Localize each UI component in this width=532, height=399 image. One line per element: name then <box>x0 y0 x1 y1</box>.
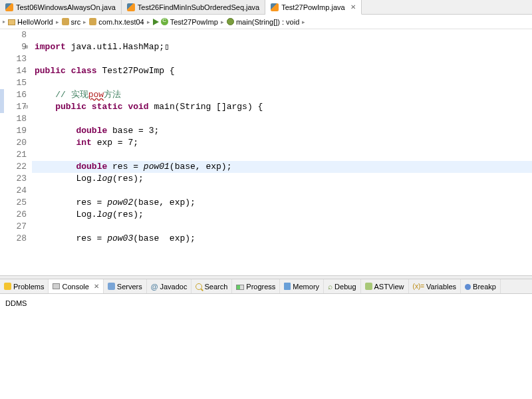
fold-icon[interactable]: ⊟ <box>25 101 28 113</box>
code-line[interactable] <box>32 29 532 41</box>
view-tab-problems[interactable]: Problems <box>0 279 49 293</box>
chevron-right-icon[interactable]: ▸ <box>302 19 305 25</box>
view-tab-label: Javadoc <box>160 283 187 291</box>
line-number: 17⊟ <box>4 101 27 113</box>
bottom-view-tabs: ProblemsConsole ✕Servers@JavadocSearchPr… <box>0 279 532 294</box>
code-line[interactable] <box>32 77 532 89</box>
code-line[interactable]: double base = 3; <box>32 125 532 137</box>
chevron-right-icon[interactable]: ▸ <box>221 19 224 25</box>
view-tab-label: Variables <box>426 283 456 291</box>
view-tab-label: Problems <box>13 283 44 291</box>
view-tab-label: Progress <box>246 283 275 291</box>
breadcrumb-item[interactable]: com.hx.test04 <box>88 18 145 26</box>
editor-tab[interactable]: Test26FindMinInSubOrderedSeq.java <box>122 0 265 14</box>
project-icon <box>8 19 15 25</box>
breadcrumb-label: src <box>71 18 81 26</box>
view-tab-progress[interactable]: Progress <box>232 279 280 293</box>
view-tab-label: Breakp <box>473 283 496 291</box>
view-tab-servers[interactable]: Servers <box>104 279 147 293</box>
method-icon <box>227 18 234 25</box>
problems-icon <box>4 283 11 290</box>
line-number: 15 <box>4 77 27 89</box>
line-number: 22 <box>4 161 27 173</box>
view-tab-javadoc[interactable]: @Javadoc <box>147 279 192 293</box>
code-line[interactable]: public static void main(String []args) { <box>32 101 532 113</box>
view-tab-variables[interactable]: (x)=Variables <box>409 279 462 293</box>
chevron-right-icon[interactable]: ▸ <box>56 19 59 25</box>
class-icon <box>161 18 168 25</box>
view-tab-label: Console <box>62 283 88 291</box>
code-line[interactable] <box>32 53 532 65</box>
code-line[interactable]: int exp = 7; <box>32 137 532 149</box>
line-number: 23 <box>4 173 27 185</box>
breadcrumb: ▸ HelloWorld▸src▸com.hx.test04▸ Test27Po… <box>0 15 532 29</box>
code-line[interactable]: double res = pow01(base, exp); <box>32 161 532 173</box>
code-line[interactable] <box>32 149 532 161</box>
view-tab-console[interactable]: Console ✕ <box>49 279 103 293</box>
code-line[interactable]: import java.util.HashMap;▯ <box>32 41 532 53</box>
code-line[interactable]: public class Test27PowImp { <box>32 65 532 77</box>
line-number: 21 <box>4 149 27 161</box>
breakp-icon <box>465 284 471 290</box>
editor-tab[interactable]: Test06WindowsAlwaysOn.java <box>0 0 122 14</box>
code-line[interactable]: res = pow02(base, exp); <box>32 197 532 209</box>
folder-icon <box>62 18 69 25</box>
code-line[interactable] <box>32 113 532 125</box>
breadcrumb-label: Test27PowImp <box>170 18 218 26</box>
breadcrumb-label: HelloWorld <box>17 18 53 26</box>
line-number: 16 <box>4 89 27 101</box>
editor-tabs: Test06WindowsAlwaysOn.javaTest26FindMinI… <box>0 0 532 15</box>
search-icon <box>196 283 202 290</box>
tab-label: Test06WindowsAlwaysOn.java <box>16 3 116 11</box>
tab-label: Test27PowImp.java <box>281 3 344 11</box>
breadcrumb-item[interactable]: Test27PowImp <box>152 18 219 26</box>
code-line[interactable] <box>32 185 532 197</box>
variables-icon: (x)= <box>413 283 425 290</box>
close-icon[interactable]: ✕ <box>350 3 356 11</box>
chevron-right-icon[interactable]: ▸ <box>83 19 86 25</box>
line-number: 25 <box>4 197 27 209</box>
line-number: 28 <box>4 233 27 245</box>
console-icon <box>53 283 60 289</box>
code-line[interactable]: Log.log(res); <box>32 173 532 185</box>
editor-tab[interactable]: Test27PowImp.java✕ <box>265 0 361 15</box>
tab-label: Test26FindMinInSubOrderedSeq.java <box>138 3 259 11</box>
java-file-icon <box>127 3 135 11</box>
console-text: DDMS <box>5 299 27 307</box>
chevron-right-icon[interactable]: ▸ <box>3 19 5 25</box>
code-line[interactable]: // 实现pow方法 <box>32 89 532 101</box>
code-area[interactable]: import java.util.HashMap;▯ public class … <box>32 29 532 275</box>
javadoc-icon: @ <box>151 283 158 291</box>
breadcrumb-item[interactable]: main(String[]) : void <box>225 18 301 26</box>
view-tab-label: Search <box>204 283 227 291</box>
view-tab-breakp[interactable]: Breakp <box>461 279 501 293</box>
chevron-right-icon[interactable]: ▸ <box>147 19 150 25</box>
code-line[interactable]: res = pow03(base exp); <box>32 233 532 245</box>
line-number: 13 <box>4 53 27 65</box>
close-icon[interactable]: ✕ <box>94 283 99 290</box>
package-icon <box>89 18 96 25</box>
breadcrumb-item[interactable]: HelloWorld <box>7 18 55 26</box>
line-number: 20 <box>4 137 27 149</box>
line-number: 19 <box>4 125 27 137</box>
line-number: 27 <box>4 221 27 233</box>
view-tab-astview[interactable]: ASTView <box>361 279 409 293</box>
view-tab-debug[interactable]: ⌕Debug <box>324 279 360 293</box>
code-line[interactable]: Log.log(res); <box>32 209 532 221</box>
breadcrumb-item[interactable]: src <box>61 18 82 26</box>
memory-icon <box>284 283 291 290</box>
code-editor[interactable]: 89⊞1314151617⊟1819202122232425262728 imp… <box>0 29 532 275</box>
line-number: 18 <box>4 113 27 125</box>
view-tab-label: Debug <box>334 283 356 291</box>
code-line[interactable] <box>32 221 532 233</box>
line-number: 14 <box>4 65 27 77</box>
view-tab-memory[interactable]: Memory <box>280 279 324 293</box>
line-number: 9⊞ <box>4 41 27 53</box>
astview-icon <box>365 283 372 290</box>
view-tab-label: Servers <box>117 283 142 291</box>
breadcrumb-label: main(String[]) : void <box>236 18 299 26</box>
servers-icon <box>108 283 115 290</box>
fold-icon[interactable]: ⊞ <box>25 41 28 53</box>
console-output[interactable]: DDMS <box>0 294 532 394</box>
view-tab-search[interactable]: Search <box>192 279 232 293</box>
